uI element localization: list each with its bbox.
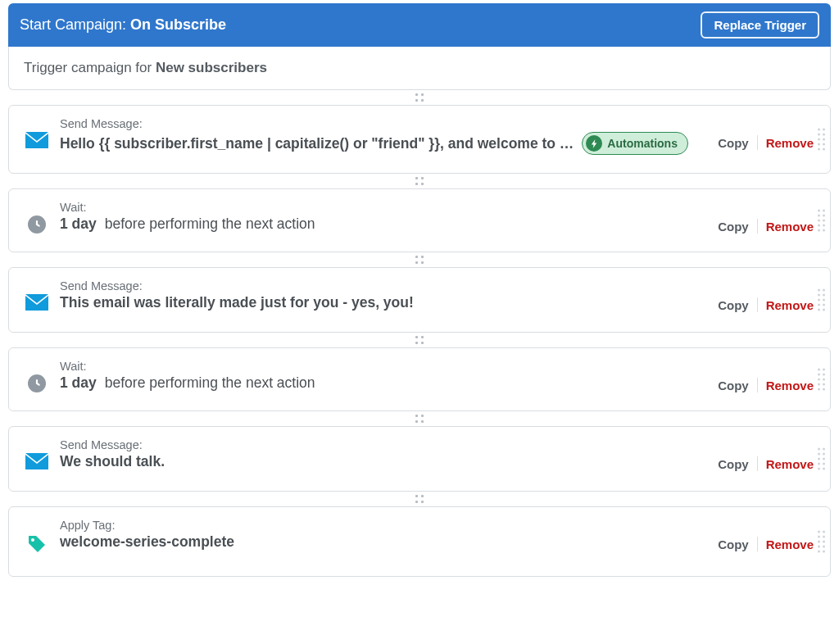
step-body: Wait:1 day before performing the next ac… <box>60 360 706 392</box>
message-subject: This email was literally made just for y… <box>60 294 414 311</box>
drag-handle[interactable] <box>818 369 825 391</box>
step-body: Send Message:This email was literally ma… <box>60 279 706 311</box>
step-body: Send Message:We should talk. <box>60 438 706 470</box>
step-icon-slot <box>25 374 48 392</box>
step-connector <box>8 90 831 105</box>
step-icon-slot <box>25 294 48 314</box>
trigger-description-prefix: Trigger campaign for <box>24 60 156 75</box>
action-separator <box>757 219 758 234</box>
step-type-label: Wait: <box>60 201 706 214</box>
step-actions: Copy Remove <box>718 537 814 551</box>
automations-badge-label: Automations <box>607 137 678 150</box>
tag-name: welcome-series-complete <box>60 533 234 551</box>
step-card[interactable]: Send Message:We should talk. Copy Remove <box>8 426 831 492</box>
campaign-title: Start Campaign: On Subscribe <box>20 16 226 34</box>
step-icon-slot <box>25 453 48 473</box>
campaign-title-prefix: Start Campaign: <box>20 16 130 33</box>
step-content: Hello {{ subscriber.first_name | capital… <box>60 132 706 155</box>
step-card[interactable]: Send Message:This email was literally ma… <box>8 267 831 333</box>
action-separator <box>757 378 758 392</box>
svg-point-0 <box>31 538 34 542</box>
step-type-label: Send Message: <box>60 117 706 130</box>
step-body: Apply Tag:welcome-series-complete <box>60 519 706 551</box>
step-icon-slot <box>25 533 48 558</box>
trigger-description[interactable]: Trigger campaign for New subscribers <box>8 47 831 90</box>
campaign-builder: Start Campaign: On Subscribe Replace Tri… <box>0 0 839 585</box>
step-content: This email was literally made just for y… <box>60 294 706 311</box>
automations-badge[interactable]: Automations <box>582 132 688 155</box>
message-subject: Hello {{ subscriber.first_name | capital… <box>60 135 574 152</box>
step-connector <box>8 492 831 506</box>
step-icon-slot <box>25 215 48 234</box>
step-connector <box>8 252 831 267</box>
action-separator <box>757 135 758 150</box>
replace-trigger-button[interactable]: Replace Trigger <box>701 11 819 39</box>
copy-button[interactable]: Copy <box>718 537 749 551</box>
step-type-label: Send Message: <box>60 438 706 451</box>
drag-handle[interactable] <box>818 210 825 232</box>
copy-button[interactable]: Copy <box>718 298 749 312</box>
step-actions: Copy Remove <box>718 378 814 392</box>
action-separator <box>757 297 758 312</box>
copy-button[interactable]: Copy <box>718 136 749 150</box>
step-actions: Copy Remove <box>718 297 814 312</box>
step-card[interactable]: Apply Tag:welcome-series-complete Copy R… <box>8 506 831 577</box>
remove-button[interactable]: Remove <box>766 457 814 471</box>
trigger-description-value: New subscribers <box>156 60 267 75</box>
step-type-label: Send Message: <box>60 279 706 293</box>
wait-duration: 1 day <box>60 374 97 392</box>
step-actions: Copy Remove <box>718 135 814 150</box>
step-actions: Copy Remove <box>718 219 814 234</box>
drag-handle[interactable] <box>818 448 825 470</box>
action-separator <box>757 537 758 551</box>
mail-icon <box>25 294 48 314</box>
step-body: Wait:1 day before performing the next ac… <box>60 201 706 233</box>
drag-handle[interactable] <box>818 129 825 151</box>
step-body: Send Message:Hello {{ subscriber.first_n… <box>60 117 706 155</box>
remove-button[interactable]: Remove <box>766 220 814 234</box>
remove-button[interactable]: Remove <box>766 298 814 312</box>
remove-button[interactable]: Remove <box>766 379 814 392</box>
mail-icon <box>25 453 48 473</box>
bolt-icon <box>586 135 602 152</box>
step-type-label: Apply Tag: <box>60 519 706 532</box>
tag-icon <box>26 533 48 558</box>
clock-icon <box>28 374 46 392</box>
step-icon-slot <box>25 132 48 152</box>
drag-handle[interactable] <box>818 289 825 311</box>
step-connector <box>8 333 831 347</box>
campaign-header: Start Campaign: On Subscribe Replace Tri… <box>8 3 831 47</box>
mail-icon <box>25 132 48 152</box>
step-card[interactable]: Wait:1 day before performing the next ac… <box>8 188 831 252</box>
message-subject: We should talk. <box>60 453 165 470</box>
step-content: 1 day before performing the next action <box>60 215 706 233</box>
wait-duration: 1 day <box>60 215 97 233</box>
copy-button[interactable]: Copy <box>718 457 749 471</box>
step-content: welcome-series-complete <box>60 533 706 551</box>
wait-description: before performing the next action <box>105 374 315 392</box>
remove-button[interactable]: Remove <box>766 136 814 150</box>
step-content: 1 day before performing the next action <box>60 374 706 392</box>
remove-button[interactable]: Remove <box>766 537 814 551</box>
step-content: We should talk. <box>60 453 706 470</box>
copy-button[interactable]: Copy <box>718 379 749 392</box>
step-connector <box>8 174 831 188</box>
drag-handle[interactable] <box>818 531 825 553</box>
step-card[interactable]: Wait:1 day before performing the next ac… <box>8 347 831 411</box>
clock-icon <box>28 215 46 234</box>
action-separator <box>757 456 758 471</box>
step-type-label: Wait: <box>60 360 706 373</box>
copy-button[interactable]: Copy <box>718 220 749 234</box>
step-connector <box>8 411 831 426</box>
step-actions: Copy Remove <box>718 456 814 471</box>
step-card[interactable]: Send Message:Hello {{ subscriber.first_n… <box>8 105 831 174</box>
wait-description: before performing the next action <box>105 215 315 233</box>
campaign-title-trigger: On Subscribe <box>130 16 226 33</box>
